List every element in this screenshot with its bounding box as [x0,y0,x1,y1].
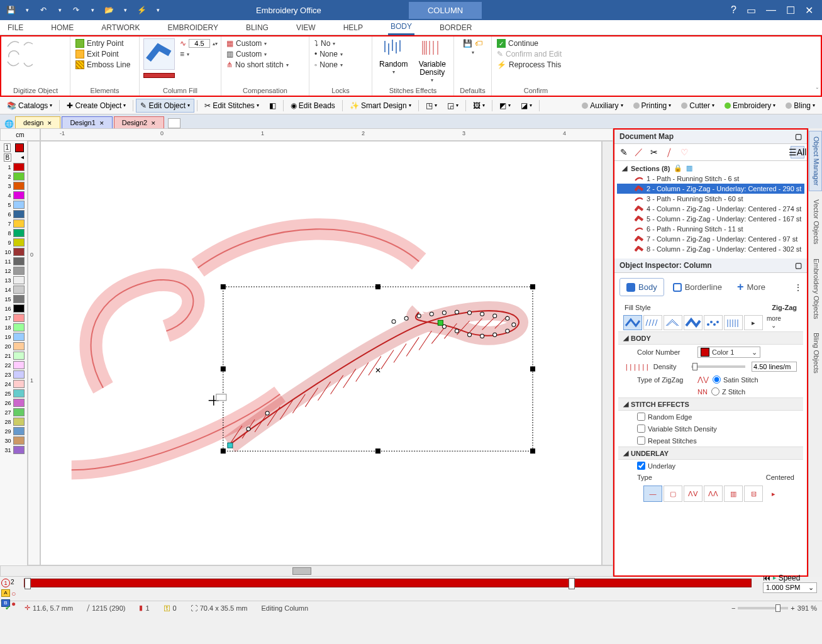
comp-push-button[interactable]: ▥Custom▾ [225,49,268,59]
palette-swatch[interactable]: 18 [3,323,25,331]
confirm-edit-button[interactable]: ✎Confirm and Edit [496,49,563,59]
satin-stitch-radio[interactable]: Satin Stitch [713,375,758,384]
tab-close-icon[interactable]: ✕ [151,120,156,126]
tree-item[interactable]: 2 - Column - Zig-Zag - Underlay: Centere… [617,184,804,194]
bling-toggle[interactable]: Bling▾ [781,99,819,113]
ruler-vertical[interactable]: 01 [28,141,40,565]
stitch-timeline[interactable] [24,579,752,587]
palette-swatch[interactable]: 12 [3,267,25,275]
embroidery-toggle[interactable]: Embroidery▾ [720,99,780,113]
palette-swatch[interactable]: 30 [3,436,25,445]
digitize-arc-tool[interactable] [5,49,21,59]
tool-opt-d[interactable]: ◩▾ [495,99,515,113]
qat-dropdown-2[interactable]: ▾ [54,4,65,16]
density-input[interactable]: ∿▴▾ [179,38,219,48]
reprocess-button[interactable]: ⚡Reprocess This [496,60,562,70]
variable-density-button[interactable]: Variable Density▾ [415,38,450,83]
smart-design-button[interactable]: ✨Smart Design▾ [345,99,416,113]
zoom-out-icon[interactable]: − [731,604,735,612]
palette-swatch[interactable]: 15 [3,295,25,303]
redo-icon[interactable]: ↷ [70,4,82,16]
palette-swatch[interactable]: 4 [3,191,25,199]
density-slider[interactable] [691,365,745,368]
effects-section-header[interactable]: ◢STITCH EFFECTS [618,397,803,411]
random-edge-checkbox[interactable]: Random Edge [637,413,692,421]
scrollbar-horizontal[interactable] [0,565,613,577]
fillstyle-more-button[interactable]: more⌄ [764,315,781,330]
tab-new-button[interactable] [168,118,181,128]
dm-filter-heart[interactable]: ♡ [677,146,691,158]
help-icon[interactable]: ? [731,4,736,16]
underlay-complex[interactable]: ⊟ [744,486,763,502]
stitches-opt-1[interactable]: ◧ [265,99,280,113]
menu-home[interactable]: HOME [48,21,76,35]
edit-beads-button[interactable]: ◉Edit Beads [286,99,340,113]
sidetab-embroidery-objects[interactable]: Embroidery Objects [809,253,822,325]
tool-opt-c[interactable]: 🖼▾ [469,99,489,113]
entry-point-button[interactable]: Entry Point [74,38,125,48]
fillstyle-zigzag[interactable] [623,315,642,330]
lock-trim-button[interactable]: ◦None▾ [313,60,344,70]
palette-swatch[interactable]: 6 [3,210,25,218]
dm-filter-path[interactable]: ／ [632,146,646,158]
tree-item[interactable]: 8 - Column - Zig-Zag - Underlay: Centere… [617,244,804,254]
inspector-tab-body[interactable]: Body [619,278,664,296]
fillstyle-pattern[interactable] [664,315,682,330]
fillstyle-fur[interactable] [724,315,743,330]
palette-swatch[interactable]: 13 [3,276,25,284]
tab-design2[interactable]: Design2✕ [114,116,164,128]
inspector-tab-borderline[interactable]: Borderline [667,279,728,296]
palette-swatch[interactable]: 25 [3,389,25,397]
qat-dropdown-5[interactable]: ▾ [152,4,164,16]
menu-border[interactable]: BORDER [437,21,474,35]
zoom-in-icon[interactable]: + [791,604,794,612]
short-stitch-button[interactable]: ⋔No short stitch▾ [225,60,290,70]
tree-item[interactable]: 1 - Path - Running Stitch - 6 st [617,174,804,184]
palette-index[interactable]: 1 [4,143,11,152]
palette-swatch[interactable]: 11 [3,257,25,265]
inspector-menu-icon[interactable]: ⋮ [794,283,802,292]
bolt-icon[interactable]: ⚡ [136,4,147,16]
variable-density-checkbox[interactable]: Variable Stitch Density [637,425,717,433]
palette-swatch[interactable]: 22 [3,361,25,369]
digitize-line-tool[interactable] [5,60,36,70]
save-icon[interactable]: 💾 [5,4,16,16]
tree-item[interactable]: 7 - Column - Zig-Zag - Underlay: Centere… [617,234,804,244]
palette-current-color[interactable] [15,143,24,152]
palette-swatch[interactable]: 28 [3,418,25,426]
palette-swatch[interactable]: 3 [3,182,25,190]
maximize-icon[interactable]: ☐ [786,4,795,16]
z-stitch-radio[interactable]: Z Stitch [711,387,745,396]
ruler-unit[interactable]: cm [0,128,40,141]
tree-item[interactable]: 4 - Column - Zig-Zag - Underlay: Centere… [617,204,804,214]
play-icon[interactable]: ▶ [772,574,776,582]
ribbon-min-icon[interactable]: ▭ [747,4,756,16]
menu-view[interactable]: VIEW [294,21,318,35]
timeline-marker-a[interactable]: A [1,589,10,597]
tab-design1[interactable]: Design1✕ [62,116,112,128]
palette-swatch[interactable]: 29 [3,427,25,435]
underlay-double-zigzag[interactable]: ᐱᐱ [704,486,723,502]
underlay-next-icon[interactable]: ▸ [764,486,783,502]
speed-select[interactable]: 1.000 SPM⌄ [763,582,817,593]
cutter-toggle[interactable]: Cutter▾ [677,99,719,113]
ruler-horizontal[interactable]: -101234 [40,128,613,141]
fillstyle-next-icon[interactable]: ▸ [744,315,763,330]
exit-point-button[interactable]: Exit Point [74,49,120,59]
timeline-marker-o[interactable]: ○ [11,589,16,599]
palette-swatch[interactable]: 31 [3,446,25,454]
tree-item[interactable]: 5 - Column - Zig-Zag - Underlay: Centere… [617,214,804,224]
palette-swatch[interactable]: 19 [3,333,25,341]
tree-item[interactable]: 6 - Path - Running Stitch - 11 st [617,224,804,234]
fillstyle-chain[interactable] [704,315,723,330]
visible-icon[interactable]: ▥ [686,164,692,172]
inspector-tab-more[interactable]: +More [731,277,772,297]
ribbon-collapse-icon[interactable]: ˇ [816,87,818,94]
underlay-section-header[interactable]: ◢UNDERLAY [618,447,803,460]
defaults-save-button[interactable]: 💾🏷 [462,38,484,48]
defaults-dropdown[interactable]: ▾ [470,49,475,56]
tab-design[interactable]: design✕ [15,116,60,128]
tab-close-icon[interactable]: ✕ [47,120,52,126]
dm-filter-scissors[interactable]: ✂ [647,146,661,158]
palette-swatch[interactable]: 27 [3,408,25,416]
